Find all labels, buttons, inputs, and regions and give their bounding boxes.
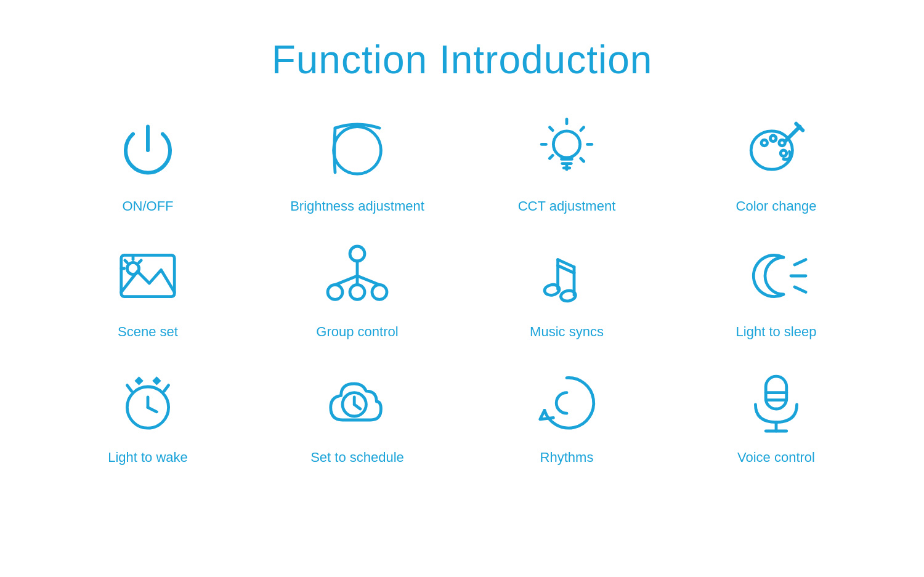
feature-wake: Light to wake bbox=[62, 365, 234, 466]
feature-color: Color change bbox=[690, 113, 862, 214]
svg-line-7 bbox=[581, 158, 584, 161]
sleep-label: Light to sleep bbox=[736, 324, 817, 340]
music-icon bbox=[530, 239, 604, 313]
svg-rect-20 bbox=[121, 255, 174, 296]
music-label: Music syncs bbox=[530, 324, 604, 340]
wake-label: Light to wake bbox=[108, 450, 188, 466]
brightness-icon bbox=[320, 113, 394, 187]
schedule-icon bbox=[320, 365, 394, 438]
svg-line-46 bbox=[127, 385, 131, 392]
voice-label: Voice control bbox=[737, 450, 815, 466]
svg-line-47 bbox=[164, 385, 168, 392]
svg-line-42 bbox=[795, 287, 806, 292]
svg-marker-48 bbox=[134, 376, 143, 385]
cct-label: CCT adjustment bbox=[518, 198, 616, 214]
feature-sleep: Light to sleep bbox=[690, 239, 862, 340]
svg-line-52 bbox=[354, 405, 360, 409]
feature-on-off: ON/OFF bbox=[62, 113, 234, 214]
svg-line-18 bbox=[785, 127, 800, 142]
group-label: Group control bbox=[316, 324, 398, 340]
power-icon bbox=[111, 113, 185, 187]
svg-point-21 bbox=[127, 262, 139, 274]
feature-brightness: Brightness adjustment bbox=[271, 113, 444, 214]
svg-line-45 bbox=[148, 408, 156, 412]
color-icon bbox=[739, 113, 813, 187]
svg-line-25 bbox=[139, 260, 142, 263]
svg-line-24 bbox=[125, 260, 128, 263]
svg-line-8 bbox=[581, 127, 584, 131]
feature-group: Group control bbox=[271, 239, 444, 340]
wake-icon bbox=[111, 365, 185, 438]
svg-line-41 bbox=[795, 260, 806, 265]
svg-marker-49 bbox=[152, 376, 161, 385]
svg-line-31 bbox=[335, 276, 357, 284]
on-off-label: ON/OFF bbox=[122, 198, 173, 214]
feature-cct: CCT adjustment bbox=[480, 113, 653, 214]
scene-label: Scene set bbox=[118, 324, 178, 340]
svg-line-9 bbox=[549, 155, 553, 158]
feature-scene: Scene set bbox=[62, 239, 234, 340]
color-label: Color change bbox=[736, 198, 817, 214]
schedule-label: Set to schedule bbox=[310, 450, 404, 466]
features-grid: ON/OFF Brightness adjustment bbox=[62, 113, 862, 466]
svg-point-27 bbox=[328, 284, 342, 299]
svg-point-29 bbox=[372, 284, 387, 299]
page-title: Function Introduction bbox=[272, 37, 653, 83]
svg-point-0 bbox=[334, 127, 381, 174]
group-icon bbox=[320, 239, 394, 313]
svg-point-1 bbox=[553, 131, 580, 158]
svg-line-33 bbox=[357, 276, 379, 284]
voice-icon bbox=[739, 365, 813, 438]
svg-point-15 bbox=[770, 135, 776, 142]
brightness-label: Brightness adjustment bbox=[290, 198, 424, 214]
svg-point-26 bbox=[350, 246, 365, 261]
svg-line-6 bbox=[549, 127, 553, 131]
rhythms-icon bbox=[530, 365, 604, 438]
cct-icon bbox=[530, 113, 604, 187]
feature-music: Music syncs bbox=[480, 239, 653, 340]
svg-point-14 bbox=[761, 140, 768, 146]
svg-point-28 bbox=[350, 284, 365, 299]
svg-point-17 bbox=[780, 150, 787, 156]
feature-voice: Voice control bbox=[690, 365, 862, 466]
feature-rhythms: Rhythms bbox=[480, 365, 653, 466]
rhythms-label: Rhythms bbox=[540, 450, 594, 466]
feature-schedule: Set to schedule bbox=[271, 365, 444, 466]
scene-icon bbox=[111, 239, 185, 313]
sleep-icon bbox=[739, 239, 813, 313]
